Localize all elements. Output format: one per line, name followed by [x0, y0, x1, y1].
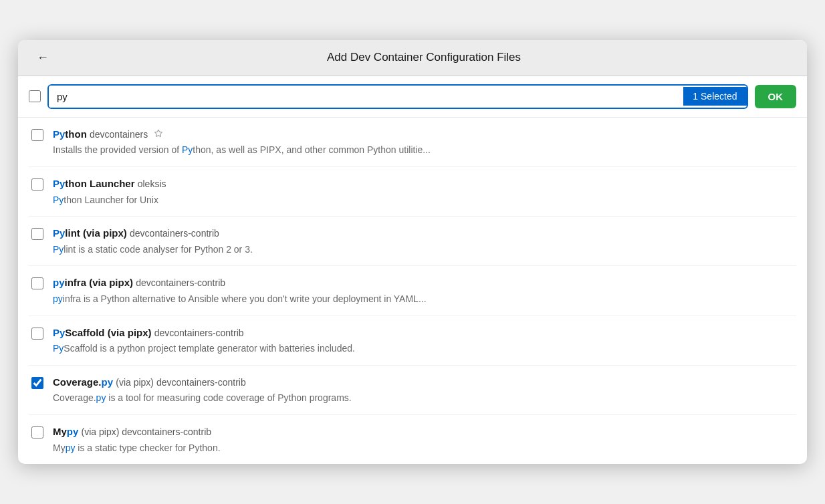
item-title-pyscaffold: PyScaffold (via pipx) devcontainers-cont… — [53, 326, 794, 340]
item-desc-pylint: Pylint is a static code analyser for Pyt… — [53, 243, 794, 257]
search-input[interactable] — [49, 86, 683, 108]
list-item: Mypy (via pipx) devcontainers-contrib My… — [29, 415, 796, 464]
item-desc-pyscaffold: PyScaffold is a python project template … — [53, 342, 794, 356]
item-title-python-launcher: Python Launcher oleksis — [53, 176, 794, 191]
list-item: Pylint (via pipx) devcontainers-contrib … — [29, 217, 796, 266]
dialog-header: ← Add Dev Container Configuration Files — [18, 40, 807, 76]
item-desc-mypy: Mypy is a static type checker for Python… — [53, 442, 794, 455]
item-title-pylint: Pylint (via pipx) devcontainers-contrib — [53, 226, 794, 241]
list-item: PyScaffold (via pipx) devcontainers-cont… — [29, 316, 796, 366]
item-desc-python: Installs the provided version of Python,… — [53, 144, 794, 157]
selected-badge: 1 Selected — [683, 87, 746, 106]
item-desc-pyinfra: pyinfra is a Python alternative to Ansib… — [53, 293, 794, 306]
item-content-mypy: Mypy (via pipx) devcontainers-contrib My… — [53, 424, 794, 455]
item-content-pyinfra: pyinfra (via pipx) devcontainers-contrib… — [53, 275, 794, 305]
item-checkbox-coverage-py[interactable] — [31, 377, 43, 389]
back-button[interactable]: ← — [31, 49, 54, 66]
item-content-python: Python devcontainers Installs the provid… — [53, 127, 794, 157]
verified-icon — [153, 129, 164, 140]
item-checkbox-pyinfra[interactable] — [31, 277, 43, 289]
item-content-pyscaffold: PyScaffold (via pipx) devcontainers-cont… — [53, 326, 794, 356]
item-desc-python-launcher: Python Launcher for Unix — [53, 194, 794, 207]
dialog-title: Add Dev Container Configuration Files — [54, 51, 794, 64]
item-content-coverage-py: Coverage.py (via pipx) devcontainers-con… — [53, 375, 794, 405]
item-content-pylint: Pylint (via pipx) devcontainers-contrib … — [53, 226, 794, 256]
item-checkbox-pyscaffold[interactable] — [31, 328, 43, 340]
search-input-wrapper: 1 Selected — [47, 84, 748, 109]
item-checkbox-pylint[interactable] — [31, 228, 43, 240]
list-item: Python Launcher oleksis Python Launcher … — [29, 167, 796, 217]
list-item: pyinfra (via pipx) devcontainers-contrib… — [29, 266, 796, 316]
item-title-coverage-py: Coverage.py (via pipx) devcontainers-con… — [53, 375, 794, 390]
item-checkbox-mypy[interactable] — [31, 426, 43, 438]
list-item: Coverage.py (via pipx) devcontainers-con… — [29, 366, 796, 415]
item-desc-coverage-py: Coverage.py is a tool for measuring code… — [53, 392, 794, 405]
items-list: Python devcontainers Installs the provid… — [18, 118, 807, 464]
item-title-pyinfra: pyinfra (via pipx) devcontainers-contrib — [53, 275, 794, 290]
item-checkbox-python-launcher[interactable] — [31, 178, 43, 191]
dialog: ← Add Dev Container Configuration Files … — [18, 40, 807, 464]
item-checkbox-python[interactable] — [31, 129, 43, 141]
item-title-mypy: Mypy (via pipx) devcontainers-contrib — [53, 424, 794, 439]
select-all-checkbox[interactable] — [29, 90, 41, 102]
item-content-python-launcher: Python Launcher oleksis Python Launcher … — [53, 176, 794, 207]
item-title-python: Python devcontainers — [53, 127, 794, 142]
search-bar: 1 Selected OK — [18, 76, 807, 118]
ok-button[interactable]: OK — [755, 85, 797, 108]
list-item: Python devcontainers Installs the provid… — [29, 118, 796, 167]
